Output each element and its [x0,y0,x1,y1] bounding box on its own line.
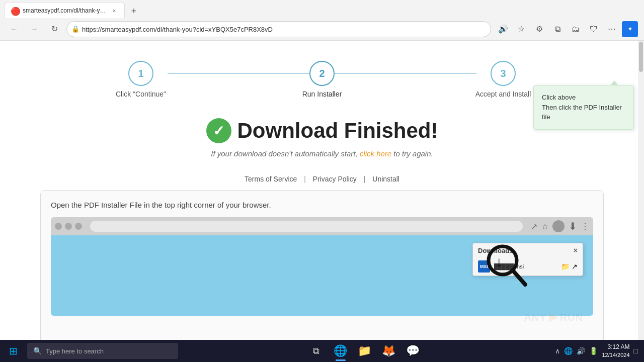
network-icon[interactable]: 🌐 [564,347,573,355]
taskbar-clock[interactable]: 3:12 AM 12/14/2024 [602,343,629,359]
check-icon: ✓ [206,118,231,143]
tooltip-box: Click above Then click the PDF Installer… [533,85,634,130]
download-subtitle: If your download doesn't automatically s… [10,149,634,158]
toolbar-icons: 🔊 ☆ ⚙ ⧉ 🗂 🛡 ⋯ ✦ [495,21,638,37]
read-aloud-icon[interactable]: 🔊 [495,21,511,37]
taskbar-right: ∧ 🌐 🔊 🔋 3:12 AM 12/14/2024 □ [551,343,642,359]
tab-bar: 🔴 smarteasypdf.com/dl/thank-you... × + [0,0,644,18]
settings-icon[interactable]: ⋯ [604,21,620,37]
magnifier-graphic: ↓ [482,240,533,291]
edge-taskbar-button[interactable]: 🌐 [330,340,352,362]
instruction-box: Open the PDF Installer File in the top r… [40,190,604,340]
step-1-circle: 1 [128,61,153,86]
taskbar-search-icon: 🔍 [33,347,42,355]
step-2-label: Run Installer [302,90,342,98]
downloads-close-btn[interactable]: × [574,246,578,254]
forward-button[interactable]: → [26,21,42,37]
page-content: 1 Click "Continue" 2 Run Installer 3 Acc… [0,41,644,340]
click-here-link[interactable]: click here [360,149,391,158]
open-folder-icon[interactable]: 📁 [561,262,570,270]
copilot-icon[interactable]: ✦ [622,21,638,37]
taskview-button[interactable]: ⧉ [305,340,328,362]
windows-logo-icon: ⊞ [9,345,18,357]
firefox-button[interactable]: 🦊 [378,340,400,362]
firefox-icon: 🦊 [382,344,395,357]
browser-mockup: ↗ ☆ ⬇ ⋮ ↓ [51,217,593,316]
privacy-link[interactable]: Privacy Policy [313,175,357,183]
chevron-up-icon[interactable]: ∧ [555,347,560,355]
back-button[interactable]: ← [6,21,22,37]
collections-icon[interactable]: 🗂 [568,21,584,37]
sep-2: | [364,175,366,183]
page-inner: 1 Click "Continue" 2 Run Installer 3 Acc… [0,41,644,340]
address-input[interactable]: https://smarteasypdf.com/dl/thank-you?ci… [66,21,491,37]
favorites-icon[interactable]: ☆ [513,21,529,37]
extensions-icon[interactable]: ⚙ [531,21,547,37]
browser-essentials-icon[interactable]: 🛡 [586,21,602,37]
address-wrapper: 🔒 https://smarteasypdf.com/dl/thank-you?… [66,21,491,37]
tab-favicon: 🔴 [11,7,19,15]
taskbar: ⊞ 🔍 Type here to search ⧉ 🌐 📁 🦊 💬 ∧ 🌐 🔊 … [0,340,644,362]
folder-icon: 📁 [358,344,371,357]
uninstall-link[interactable]: Uninstall [372,175,399,183]
terms-link[interactable]: Terms of Service [245,175,297,183]
edge-icon: 🌐 [334,344,347,357]
step-1: 1 Click "Continue" [50,61,231,98]
mock-star-icon: ☆ [541,222,548,231]
sep-1: | [304,175,306,183]
tab-close-button[interactable]: × [110,7,118,15]
taskbar-search[interactable]: 🔍 Type here to search [27,343,178,359]
scroll-thumb[interactable] [639,42,643,72]
browser-chrome: 🔴 smarteasypdf.com/dl/thank-you... × + ←… [0,0,644,41]
footer-links: Terms of Service | Privacy Policy | Unin… [0,175,644,183]
taskview-icon: ⧉ [313,346,319,356]
taskbar-center: ⧉ 🌐 📁 🦊 💬 [179,340,550,362]
file-explorer-button[interactable]: 📁 [354,340,376,362]
scroll-track[interactable] [638,41,644,340]
notification-icon[interactable]: □ [634,347,638,355]
instruction-text: Open the PDF Installer File in the top r… [51,201,593,209]
tooltip-text: Click above Then click the PDF Installer… [542,93,625,122]
teams-icon: 💬 [406,344,420,357]
svg-line-1 [514,272,525,285]
anyrun-text: ANY ▶ RUN [41,311,583,324]
tab-title: smarteasypdf.com/dl/thank-you... [23,7,106,14]
open-file-icon[interactable]: ↗ [572,262,578,270]
step-2-circle: 2 [309,61,335,86]
svg-text:↓: ↓ [496,254,503,269]
new-tab-button[interactable]: + [127,4,141,18]
downloads-actions: 📁 ↗ [561,262,578,270]
taskbar-search-text: Type here to search [46,347,104,355]
refresh-button[interactable]: ↻ [46,21,62,37]
address-bar: ← → ↻ 🔒 https://smarteasypdf.com/dl/than… [0,18,644,40]
step-3-label: Accept and Install [475,90,531,98]
anyrun-logo: ANY ▶ RUN [41,311,583,324]
step-3-circle: 3 [491,61,516,86]
step-2: 2 Run Installer [231,61,413,98]
mock-profile-icon [552,220,565,232]
volume-icon[interactable]: 🔊 [577,347,585,355]
start-button[interactable]: ⊞ [2,340,24,362]
battery-icon[interactable]: 🔋 [589,347,598,355]
lock-icon: 🔒 [71,25,79,33]
teams-button[interactable]: 💬 [402,340,424,362]
step-1-label: Click "Continue" [116,90,166,98]
browser-tab[interactable]: 🔴 smarteasypdf.com/dl/thank-you... × [4,2,125,18]
split-screen-icon[interactable]: ⧉ [549,21,566,37]
mock-toolbar: ↗ ☆ ⬇ ⋮ [51,217,593,235]
mock-share-icon: ↗ [531,222,537,231]
mock-menu-icon: ⋮ [581,222,589,231]
mock-download-icon[interactable]: ⬇ [569,220,577,232]
